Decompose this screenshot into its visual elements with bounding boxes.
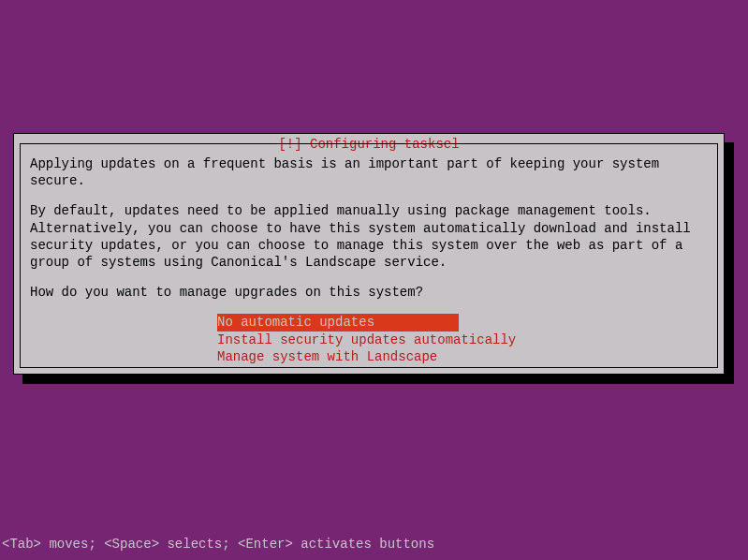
footer-hint: <Tab> moves; <Space> selects; <Enter> ac… [2,536,434,553]
dialog-paragraph-1: Applying updates on a frequent basis is … [30,155,708,189]
option-manage-with-landscape[interactable]: Manage system with Landscape [217,348,437,365]
option-install-security-updates[interactable]: Install security updates automatically [217,332,516,348]
dialog-inner: Applying updates on a frequent basis is … [20,143,718,368]
option-no-automatic-updates[interactable]: No automatic updates [217,314,459,331]
options-list: No automatic updates Install security up… [217,314,708,365]
dialog-paragraph-2: By default, updates need to be applied m… [30,202,708,271]
tasksel-dialog: [!] Configuring tasksel Applying updates… [13,133,725,375]
dialog-prompt: How do you want to manage upgrades on th… [30,284,708,301]
